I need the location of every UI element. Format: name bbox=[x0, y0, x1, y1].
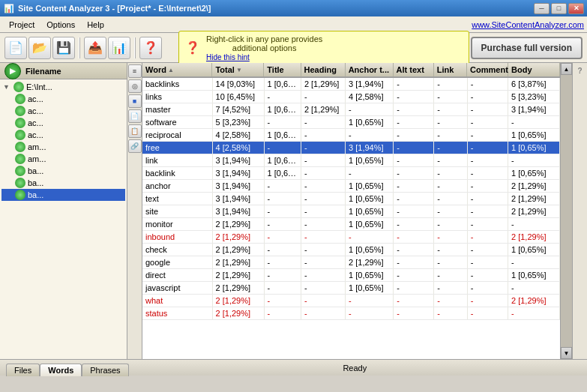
table-cell-alttext: - bbox=[394, 269, 434, 281]
col-header-word[interactable]: Word ▲ bbox=[142, 63, 212, 76]
tree-item-8[interactable]: ba... bbox=[1, 177, 125, 189]
table-cell-alttext: - bbox=[394, 244, 434, 256]
scroll-up-button[interactable]: ▲ bbox=[561, 63, 572, 75]
tab-phrases[interactable]: Phrases bbox=[82, 364, 128, 376]
tree-item-6[interactable]: am... bbox=[1, 153, 125, 165]
table-cell-title: - bbox=[265, 205, 301, 217]
table-cell-word: master bbox=[142, 103, 213, 115]
table-row[interactable]: master7 [4,52%]1 [0,65%]2 [1,29%]----3 [… bbox=[142, 103, 560, 116]
purchase-button[interactable]: Purchase full version bbox=[471, 37, 583, 59]
tree-item-4[interactable]: ac... bbox=[1, 129, 125, 141]
table-row[interactable]: link3 [1,94%]1 [0,65%]-1 [0,65%]---- bbox=[142, 154, 560, 167]
table-cell-heading: - bbox=[301, 218, 346, 230]
table-cell-word: status bbox=[142, 307, 213, 319]
table-row[interactable]: text3 [1,94%]--1 [0,65%]---2 [1,29%] bbox=[142, 193, 560, 205]
table-row[interactable]: backlink3 [1,94%]1 [0,65%]-----1 [0,65%] bbox=[142, 167, 560, 180]
table-cell-alttext: - bbox=[394, 231, 434, 243]
help-button[interactable]: ❓ bbox=[139, 37, 162, 59]
col-header-title[interactable]: Title bbox=[264, 63, 301, 76]
pane-icon-3[interactable]: ■ bbox=[128, 94, 142, 108]
tree-item-1[interactable]: ac... bbox=[1, 93, 125, 105]
table-row[interactable]: free4 [2,58%]--3 [1,94%]---1 [0,65%] bbox=[142, 142, 560, 154]
table-row[interactable]: monitor2 [1,29%]--1 [0,65%]---- bbox=[142, 218, 560, 231]
menu-project[interactable]: Project bbox=[3, 19, 40, 31]
table-cell-word: site bbox=[142, 205, 213, 217]
scroll-down-button[interactable]: ▼ bbox=[561, 347, 572, 359]
expand-icon: ▼ bbox=[3, 83, 13, 91]
col-header-link[interactable]: Link bbox=[434, 63, 467, 76]
help-icon[interactable]: ? bbox=[574, 64, 586, 76]
tree-item-label: am... bbox=[28, 142, 46, 151]
pane-icon-2[interactable]: ◎ bbox=[128, 79, 142, 93]
col-header-heading[interactable]: Heading bbox=[301, 63, 346, 76]
col-header-alttext[interactable]: Alt text bbox=[394, 63, 434, 76]
table-row[interactable]: google2 [1,29%]--2 [1,29%]---- bbox=[142, 256, 560, 269]
menu-options[interactable]: Options bbox=[40, 19, 81, 31]
menu-help[interactable]: Help bbox=[81, 19, 110, 31]
table-cell-heading: - bbox=[301, 295, 346, 307]
tab-files[interactable]: Files bbox=[6, 364, 40, 376]
tree-item-root[interactable]: ▼ E:\Int... bbox=[1, 81, 125, 93]
hide-hint-link[interactable]: Hide this hint bbox=[206, 53, 250, 61]
open-button[interactable]: 📂 bbox=[28, 37, 51, 59]
scroll-thumb[interactable] bbox=[561, 75, 572, 347]
pane-icon-1[interactable]: ≡ bbox=[128, 64, 142, 78]
table-cell-body: 3 [1,94%] bbox=[508, 103, 560, 115]
col-header-total[interactable]: Total ▼ bbox=[212, 63, 264, 76]
table-row[interactable]: reciprocal4 [2,58%]1 [0,65%]-----1 [0,65… bbox=[142, 129, 560, 142]
pane-icon-5[interactable]: 📋 bbox=[128, 124, 142, 138]
table-row[interactable]: check2 [1,29%]--1 [0,65%]---1 [0,65%] bbox=[142, 244, 560, 256]
col-header-anchor[interactable]: Anchor t... bbox=[346, 63, 394, 76]
save-button[interactable]: 💾 bbox=[52, 37, 75, 59]
table-row[interactable]: software5 [3,23%]--1 [0,65%]---- bbox=[142, 116, 560, 129]
table-cell-anchor: - bbox=[346, 103, 394, 115]
pane-icon-4[interactable]: 📄 bbox=[128, 109, 142, 123]
table-row[interactable]: javascript2 [1,29%]--1 [0,65%]---- bbox=[142, 282, 560, 295]
table-cell-total: 4 [2,58%] bbox=[213, 142, 265, 154]
new-button[interactable]: 📄 bbox=[4, 37, 27, 59]
minimize-button[interactable]: ─ bbox=[534, 3, 550, 14]
tree-item-3[interactable]: ac... bbox=[1, 117, 125, 129]
csv-button[interactable]: 📊 bbox=[108, 37, 130, 59]
table-cell-title: - bbox=[265, 269, 301, 281]
table-cell-body: 1 [0,65%] bbox=[508, 244, 560, 256]
table-row[interactable]: anchor3 [1,94%]--1 [0,65%]---2 [1,29%] bbox=[142, 180, 560, 193]
table-cell-title: - bbox=[265, 116, 301, 128]
table-cell-total: 4 [2,58%] bbox=[213, 129, 265, 141]
tree-item-7[interactable]: ba... bbox=[1, 165, 125, 177]
tree-item-9[interactable]: ba... bbox=[1, 189, 125, 201]
table-cell-word: google bbox=[142, 256, 213, 268]
table-row[interactable]: links10 [6,45%]--4 [2,58%]---5 [3,23%] bbox=[142, 91, 560, 103]
tab-words[interactable]: Words bbox=[40, 364, 82, 376]
status-bar: Files Words Phrases Ready bbox=[0, 359, 587, 376]
table-cell-anchor: 1 [0,65%] bbox=[346, 116, 394, 128]
table-cell-link: - bbox=[434, 218, 467, 230]
tree-item-label: ba... bbox=[28, 166, 43, 175]
table-cell-link: - bbox=[434, 142, 467, 154]
table-row[interactable]: status2 [1,29%]------- bbox=[142, 307, 560, 320]
table-row[interactable]: backlinks14 [9,03%]1 [0,65%]2 [1,29%]3 [… bbox=[142, 78, 560, 91]
table-row[interactable]: what2 [1,29%]------2 [1,29%] bbox=[142, 295, 560, 307]
table-row[interactable]: direct2 [1,29%]--1 [0,65%]---1 [0,65%] bbox=[142, 269, 560, 282]
table-cell-heading: - bbox=[301, 142, 346, 154]
tree-node-icon bbox=[15, 118, 25, 128]
scrollbar[interactable]: ▲ ▼ bbox=[560, 63, 572, 359]
run-button[interactable]: ▶ bbox=[4, 63, 21, 79]
table-cell-total: 3 [1,94%] bbox=[213, 167, 265, 179]
table-row[interactable]: inbound2 [1,29%]------2 [1,29%] bbox=[142, 231, 560, 244]
tree-item-5[interactable]: am... bbox=[1, 141, 125, 153]
maximize-button[interactable]: □ bbox=[551, 3, 567, 14]
pane-icon-6[interactable]: 🔗 bbox=[128, 139, 142, 153]
tree-item-2[interactable]: ac... bbox=[1, 105, 125, 117]
table-cell-title: - bbox=[265, 244, 301, 256]
close-button[interactable]: ✕ bbox=[568, 3, 584, 14]
sidebar: ▶ Filename ▼ E:\Int... ac... ac... bbox=[0, 63, 127, 359]
website-link[interactable]: www.SiteContentAnalyzer.com bbox=[472, 20, 584, 29]
table-cell-anchor: 2 [1,29%] bbox=[346, 256, 394, 268]
export-button[interactable]: 📤 bbox=[84, 37, 106, 59]
table-cell-alttext: - bbox=[394, 193, 434, 205]
table-row[interactable]: site3 [1,94%]--1 [0,65%]---2 [1,29%] bbox=[142, 205, 560, 218]
col-header-comment[interactable]: Comment bbox=[467, 63, 508, 76]
col-header-body[interactable]: Body bbox=[508, 63, 560, 76]
table-cell-comment: - bbox=[468, 269, 508, 281]
